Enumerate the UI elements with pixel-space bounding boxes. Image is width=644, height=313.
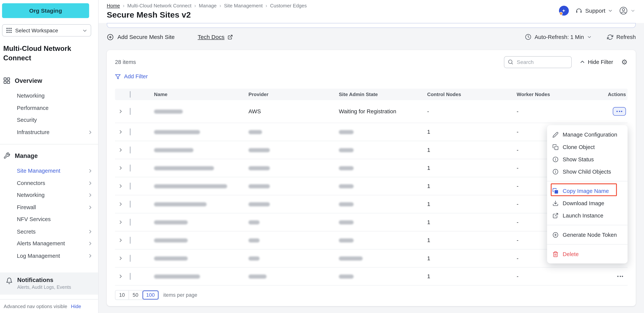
- nav-section-overview[interactable]: Overview: [0, 76, 98, 85]
- row-expand-chevron[interactable]: [115, 220, 127, 225]
- workspace-selector[interactable]: Select Workspace: [2, 24, 91, 36]
- breadcrumb-manage[interactable]: Manage: [199, 3, 216, 8]
- notifications-panel[interactable]: Notifications Alerts, Audit Logs, Events: [0, 273, 98, 295]
- cell-provider: [248, 201, 339, 207]
- nav-section-manage[interactable]: Manage: [0, 151, 98, 160]
- sidebar-item-networking-manage[interactable]: Networking: [0, 189, 98, 201]
- cell-provider: [248, 219, 339, 225]
- sidebar-item-infrastructure[interactable]: Infrastructure: [0, 126, 98, 138]
- sidebar-item-alerts-management[interactable]: Alerts Management: [0, 238, 98, 250]
- menu-item-download-image[interactable]: Download Image: [547, 197, 628, 209]
- sidebar-item-site-management[interactable]: Site Management: [0, 165, 98, 177]
- sidebar-item-secrets[interactable]: Secrets: [0, 225, 98, 238]
- page-size-50[interactable]: 50: [129, 291, 142, 300]
- cell-site-admin-state: [339, 201, 427, 207]
- row-expand-chevron[interactable]: [115, 184, 127, 188]
- org-staging-button[interactable]: Org Staging: [2, 3, 89, 18]
- wrench-icon: [3, 152, 10, 159]
- sidebar-item-nfv-services[interactable]: NFV Services: [0, 213, 98, 225]
- row-checkbox[interactable]: [130, 183, 130, 190]
- menu-item-generate-node-token[interactable]: Generate Node Token: [547, 229, 628, 241]
- pagination: 10 50 100 items per page: [115, 290, 197, 300]
- tech-docs-link[interactable]: Tech Docs: [198, 34, 233, 40]
- info-icon: [552, 156, 559, 162]
- add-filter-label: Add Filter: [124, 73, 148, 80]
- cell-site-admin-state: [339, 183, 427, 189]
- nav-section-label: Manage: [15, 152, 38, 159]
- manage-items: Site Management Connectors Networking Fi…: [0, 165, 98, 262]
- row-checkbox[interactable]: [130, 255, 130, 262]
- cell-control-nodes: 1: [427, 273, 516, 280]
- menu-item-copy-image-name[interactable]: Copy Image Name: [547, 185, 628, 197]
- row-checkbox[interactable]: [130, 128, 130, 135]
- page-size-group: 10 50 100: [115, 290, 159, 300]
- menu-item-delete[interactable]: Delete: [547, 248, 628, 260]
- row-actions-button[interactable]: [613, 107, 626, 116]
- row-checkbox[interactable]: [130, 147, 130, 154]
- cell-control-nodes: 1: [427, 201, 516, 207]
- row-checkbox[interactable]: [130, 165, 130, 172]
- row-checkbox[interactable]: [130, 201, 130, 208]
- row-expand-chevron[interactable]: [115, 130, 127, 134]
- breadcrumb: Home › Multi-Cloud Network Connect › Man…: [107, 3, 307, 8]
- cell-control-nodes: 1: [427, 147, 516, 153]
- sidebar-item-networking[interactable]: Networking: [0, 90, 98, 102]
- sidebar-item-firewall[interactable]: Firewall: [0, 201, 98, 213]
- support-menu[interactable]: Support: [576, 7, 612, 14]
- menu-item-clone-object[interactable]: Clone Object: [547, 141, 628, 153]
- sidebar-item-connectors[interactable]: Connectors: [0, 177, 98, 189]
- sidebar-item-log-management[interactable]: Log Management: [0, 250, 98, 262]
- row-expand-chevron[interactable]: [115, 109, 127, 114]
- search-input[interactable]: [504, 56, 572, 68]
- hide-nav-link[interactable]: Hide: [71, 303, 81, 309]
- menu-item-label: Show Child Objects: [562, 169, 611, 175]
- chevron-right-icon: [88, 229, 92, 234]
- add-secure-mesh-site-button[interactable]: Add Secure Mesh Site: [107, 33, 175, 40]
- row-expand-chevron[interactable]: [115, 238, 127, 243]
- breadcrumb-home[interactable]: Home: [107, 3, 120, 8]
- refresh-label: Refresh: [616, 34, 636, 40]
- cell-site-admin-state: [339, 219, 427, 225]
- menu-item-show-child-objects[interactable]: Show Child Objects: [547, 165, 628, 178]
- table-settings-gear-icon[interactable]: ⚙: [621, 58, 628, 65]
- auto-refresh-dropdown[interactable]: Auto-Refresh: 1 Min: [525, 34, 591, 40]
- cell-site-admin-state: [339, 147, 427, 153]
- external-link-icon: [227, 34, 233, 39]
- refresh-button[interactable]: Refresh: [607, 34, 636, 40]
- page-size-10[interactable]: 10: [116, 291, 129, 300]
- select-all-checkbox[interactable]: [130, 91, 130, 98]
- row-expand-chevron[interactable]: [115, 256, 127, 261]
- row-checkbox[interactable]: [130, 219, 130, 226]
- menu-item-launch-instance[interactable]: Launch Instance: [547, 209, 628, 222]
- page-size-100[interactable]: 100: [142, 291, 158, 300]
- cell-name: [154, 237, 248, 243]
- menu-item-manage-configuration[interactable]: Manage Configuration: [547, 128, 628, 141]
- hide-filter-toggle[interactable]: Hide Filter: [580, 59, 613, 65]
- row-expand-chevron[interactable]: [115, 274, 127, 279]
- row-expand-chevron[interactable]: [115, 202, 127, 206]
- cell-control-nodes: 1: [427, 219, 516, 225]
- sidebar-item-security[interactable]: Security: [0, 114, 98, 126]
- row-expand-chevron[interactable]: [115, 148, 127, 152]
- row-actions-button[interactable]: [614, 272, 626, 281]
- menu-item-label: Download Image: [562, 200, 604, 206]
- assistant-badge-icon[interactable]: [559, 6, 569, 15]
- user-menu[interactable]: [619, 6, 635, 15]
- add-filter-button[interactable]: Add Filter: [115, 73, 148, 80]
- row-checkbox[interactable]: [130, 237, 130, 244]
- row-checkbox[interactable]: [130, 273, 130, 280]
- menu-item-show-status[interactable]: Show Status: [547, 153, 628, 165]
- menu-divider: [547, 244, 628, 245]
- items-per-page-label: items per page: [163, 292, 197, 298]
- chevron-down-icon: [587, 35, 591, 39]
- sidebar-item-performance[interactable]: Performance: [0, 102, 98, 114]
- breadcrumb-site-management[interactable]: Site Management: [224, 3, 262, 8]
- notifications-text: Notifications Alerts, Audit Logs, Events: [17, 277, 71, 290]
- breadcrumb-mcn[interactable]: Multi-Cloud Network Connect: [128, 3, 192, 8]
- auto-refresh-label: Auto-Refresh: 1 Min: [534, 34, 584, 40]
- cell-provider: [248, 165, 339, 171]
- row-expand-chevron[interactable]: [115, 166, 127, 170]
- search-box: [504, 56, 572, 68]
- row-checkbox[interactable]: [130, 108, 130, 115]
- cell-name: [154, 129, 248, 135]
